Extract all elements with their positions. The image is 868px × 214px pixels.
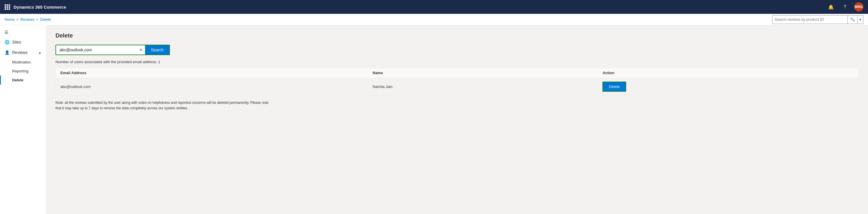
email-input[interactable] — [56, 45, 137, 55]
notifications-button[interactable]: 🔔 — [827, 2, 836, 11]
result-info: Number of users associated with the prov… — [56, 60, 859, 64]
sidebar-collapse-button[interactable]: ☰ — [0, 28, 46, 37]
delete-button[interactable]: Delete — [603, 82, 626, 91]
delete-button-wrapper: Delete — [602, 82, 626, 92]
breadcrumb-bar: Home > Reviews > Delete 🔍 ▾ — [0, 14, 868, 25]
breadcrumb-current: Delete — [40, 17, 51, 22]
breadcrumb-home[interactable]: Home — [5, 17, 15, 22]
top-search-dropdown[interactable]: ▾ — [857, 15, 863, 24]
top-navigation: Dynamics 365 Commerce 🔔 ? MRG — [0, 0, 868, 14]
cell-name: Namita Jain — [368, 78, 598, 96]
search-button[interactable]: Search — [145, 45, 169, 55]
table-row: abc@outlook.com Namita Jain Delete — [56, 78, 859, 96]
delete-label: Delete — [12, 78, 23, 82]
moderation-label: Moderation — [12, 60, 31, 64]
table-header: Email Address Name Action — [56, 68, 859, 78]
globe-icon: 🌐 — [5, 40, 9, 44]
users-table: Email Address Name Action abc@outlook.co… — [56, 68, 859, 96]
note-text: Note: all the reviews submitted by the u… — [56, 100, 275, 111]
cell-email: abc@outlook.com — [56, 78, 368, 96]
page-title: Delete — [56, 32, 859, 39]
breadcrumb-reviews[interactable]: Reviews — [20, 17, 34, 22]
content-area: Delete ✕ Search Number of users associat… — [46, 25, 868, 214]
hamburger-icon: ☰ — [5, 30, 8, 35]
email-search-wrapper: ✕ Search — [56, 45, 170, 55]
cell-action: Delete — [598, 78, 859, 96]
col-email-address: Email Address — [56, 68, 368, 78]
breadcrumb: Home > Reviews > Delete — [5, 17, 51, 22]
sidebar-item-delete[interactable]: Delete — [0, 76, 46, 84]
sidebar: ☰ 🌐 Sites 👤 Reviews ▲ Moderation Reporti… — [0, 25, 46, 214]
top-nav-right: 🔔 ? MRG — [827, 2, 863, 11]
email-search-row: ✕ Search — [56, 45, 859, 55]
top-search-button[interactable]: 🔍 — [847, 15, 857, 24]
reporting-label: Reporting — [12, 69, 28, 73]
table-header-row: Email Address Name Action — [56, 68, 859, 78]
waffle-menu[interactable] — [5, 4, 10, 10]
app-title: Dynamics 365 Commerce — [13, 5, 66, 9]
avatar[interactable]: MRG — [854, 2, 863, 11]
top-search-box: 🔍 ▾ — [772, 15, 863, 24]
clear-button[interactable]: ✕ — [137, 46, 145, 54]
col-name: Name — [368, 68, 598, 78]
help-button[interactable]: ? — [840, 2, 849, 11]
main-layout: ☰ 🌐 Sites 👤 Reviews ▲ Moderation Reporti… — [0, 25, 868, 214]
sidebar-item-moderation[interactable]: Moderation — [0, 58, 46, 67]
table-body: abc@outlook.com Namita Jain Delete — [56, 78, 859, 96]
chevron-up-icon: ▲ — [38, 51, 41, 54]
person-icon: 👤 — [5, 50, 9, 55]
breadcrumb-sep-2: > — [36, 17, 38, 22]
col-action: Action — [598, 68, 859, 78]
action-cell: Delete — [602, 82, 854, 92]
top-search-input[interactable] — [772, 17, 847, 22]
top-nav-left: Dynamics 365 Commerce — [5, 4, 66, 10]
sidebar-item-reporting[interactable]: Reporting — [0, 67, 46, 76]
sidebar-item-reviews[interactable]: 👤 Reviews ▲ — [0, 47, 46, 58]
sidebar-reviews-label: Reviews — [12, 50, 27, 55]
sidebar-item-sites[interactable]: 🌐 Sites — [0, 37, 46, 47]
breadcrumb-sep-1: > — [17, 17, 19, 22]
sidebar-sites-label: Sites — [12, 40, 21, 44]
